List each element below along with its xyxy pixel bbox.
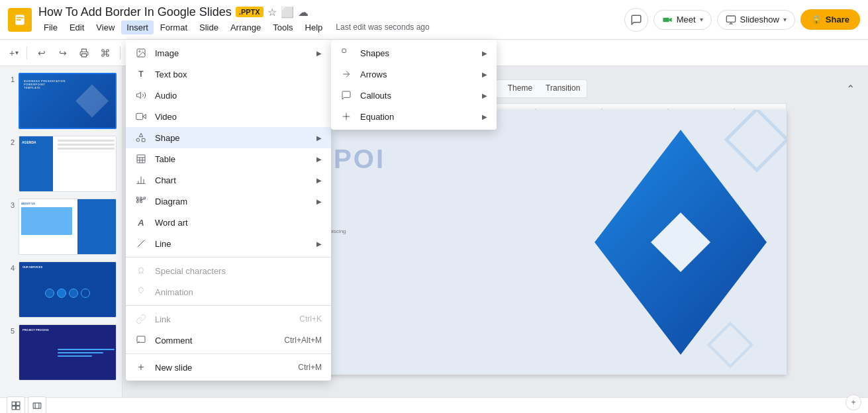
svg-rect-59 (17, 406, 20, 409)
last-edit: Last edit was seconds ago (336, 23, 429, 32)
submenu-item-shapes[interactable]: Shapes ▶ (331, 42, 497, 64)
menu-divider-1 (126, 257, 331, 257)
share-button[interactable]: 🔒 Share (800, 9, 860, 30)
slide-preview-4[interactable]: OUR SERVICES (19, 261, 117, 318)
svg-line-48 (138, 240, 145, 248)
grid-view-button[interactable] (7, 396, 25, 414)
video-icon (135, 111, 147, 122)
table-arrow: ▶ (316, 156, 322, 163)
menu-item-video[interactable]: Video (126, 106, 331, 127)
submenu-item-callouts[interactable]: Callouts ▶ (331, 85, 497, 106)
collapse-icon[interactable]: ⌃ (846, 83, 855, 95)
svg-rect-1 (17, 17, 23, 18)
image-arrow: ▶ (316, 50, 322, 57)
slide-preview-3[interactable]: ABOUT US (19, 199, 117, 255)
menu-item-shape[interactable]: Shape ▶ (126, 127, 331, 148)
menu-tools[interactable]: Tools (267, 21, 298, 34)
menu-item-line[interactable]: Line ▶ (126, 233, 331, 254)
slideshow-label: Slideshow (740, 15, 779, 24)
menu-item-special-chars[interactable]: Ω Special characters (126, 260, 331, 281)
link-icon (135, 313, 147, 325)
new-slide-icon: + (135, 361, 147, 373)
slide-num-3: 3 (4, 201, 15, 209)
tab-theme[interactable]: Theme (501, 80, 539, 97)
svg-point-34 (136, 138, 140, 142)
right-toolbar: Meet ▾ Slideshow ▾ 🔒 Share (624, 8, 860, 32)
menu-format[interactable]: Format (155, 21, 193, 34)
slide-thumb-5[interactable]: 5 PROJECT PROCESS (3, 323, 119, 382)
pptx-badge: .PPTX (236, 7, 264, 17)
animation-icon (135, 286, 147, 298)
wordart-label: Word art (155, 218, 322, 228)
slideshow-chevron-icon[interactable]: ▾ (783, 16, 787, 23)
comment-button[interactable] (624, 8, 648, 32)
add-slide-btn[interactable]: + ▾ (7, 44, 21, 62)
lock-icon: 🔒 (811, 15, 822, 24)
diagram-arrow: ▶ (316, 198, 322, 205)
comment-shortcut: Ctrl+Alt+M (284, 336, 322, 345)
slide-thumb-2[interactable]: 2 AGENDA (3, 134, 119, 193)
callouts-label: Callouts (360, 91, 474, 101)
app-icon[interactable] (8, 8, 32, 32)
slide-preview-1[interactable]: BUSINESS PRESENTATIONPOWERPOINTTEMPLATE (19, 73, 117, 129)
line-label: Line (155, 239, 309, 249)
menu-insert[interactable]: Insert (121, 21, 154, 34)
menu-edit[interactable]: Edit (64, 21, 89, 34)
slide-thumb-1[interactable]: 1 BUSINESS PRESENTATIONPOWERPOINTTEMPLAT… (3, 71, 119, 130)
tab-transition[interactable]: Transition (539, 80, 587, 97)
menu-item-textbox[interactable]: T Text box (126, 64, 331, 85)
audio-label: Audio (155, 91, 322, 101)
cloud-icon[interactable]: ☁ (298, 6, 309, 19)
slide-preview-5[interactable]: PROJECT PROCESS (19, 324, 117, 381)
submenu-item-arrows[interactable]: Arrows ▶ (331, 64, 497, 85)
menu-item-chart[interactable]: Chart ▶ (126, 169, 331, 191)
animation-label: Animation (155, 287, 322, 297)
arrows-icon (340, 68, 352, 80)
video-label: Video (155, 112, 322, 122)
menu-view[interactable]: View (91, 21, 120, 34)
menu-slide[interactable]: Slide (194, 21, 224, 34)
expand-explore-button[interactable]: + (845, 394, 861, 410)
paint-format-button[interactable] (96, 44, 115, 62)
svg-rect-5 (726, 16, 735, 22)
new-slide-shortcut: Ctrl+M (298, 363, 322, 372)
slide-thumb-3[interactable]: 3 ABOUT US (3, 197, 119, 256)
filmstrip-view-button[interactable] (28, 396, 46, 414)
top-bar: How To Add Border In Google Slides .PPTX… (0, 0, 868, 40)
menu-item-wordart[interactable]: A Word art (126, 212, 331, 233)
menu-item-animation[interactable]: Animation (126, 281, 331, 302)
menu-file[interactable]: File (38, 21, 63, 34)
folder-icon[interactable]: ⬜ (281, 6, 294, 19)
svg-marker-31 (143, 115, 146, 119)
star-icon[interactable]: ☆ (267, 6, 277, 19)
slide-panel[interactable]: 1 BUSINESS PRESENTATIONPOWERPOINTTEMPLAT… (0, 66, 122, 413)
slide-preview-2[interactable]: AGENDA (19, 136, 117, 192)
meet-button[interactable]: Meet ▾ (653, 10, 712, 30)
textbox-icon: T (135, 68, 147, 80)
menu-item-comment[interactable]: Comment Ctrl+Alt+M (126, 330, 331, 351)
menu-item-new-slide[interactable]: + New slide Ctrl+M (126, 357, 331, 378)
slide-num-2: 2 (4, 138, 15, 146)
callouts-arrow: ▶ (482, 92, 487, 99)
wordart-icon: A (135, 216, 147, 228)
equation-label: Equation (360, 112, 474, 122)
svg-rect-51 (342, 49, 346, 52)
menu-arrange[interactable]: Arrange (225, 21, 266, 34)
slide-thumb-4[interactable]: 4 OUR SERVICES (3, 260, 119, 319)
submenu-item-equation[interactable]: Equation ▶ (331, 106, 497, 127)
equation-icon (340, 111, 352, 122)
menu-item-table[interactable]: Table ▶ (126, 148, 331, 169)
undo-button[interactable]: ↩ (32, 44, 51, 62)
comment-menu-icon (135, 334, 147, 346)
menu-item-image[interactable]: Image ▶ (126, 42, 331, 64)
menu-item-link[interactable]: Link Ctrl+K (126, 308, 331, 330)
svg-rect-35 (137, 155, 145, 163)
redo-button[interactable]: ↪ (54, 44, 72, 62)
meet-chevron-icon[interactable]: ▾ (700, 16, 703, 23)
slideshow-button[interactable]: Slideshow ▾ (717, 10, 795, 30)
menu-help[interactable]: Help (300, 21, 328, 34)
doc-title[interactable]: How To Add Border In Google Slides (38, 5, 232, 19)
print-button[interactable] (75, 44, 93, 62)
menu-item-audio[interactable]: Audio (126, 85, 331, 106)
menu-item-diagram[interactable]: Diagram ▶ (126, 191, 331, 212)
